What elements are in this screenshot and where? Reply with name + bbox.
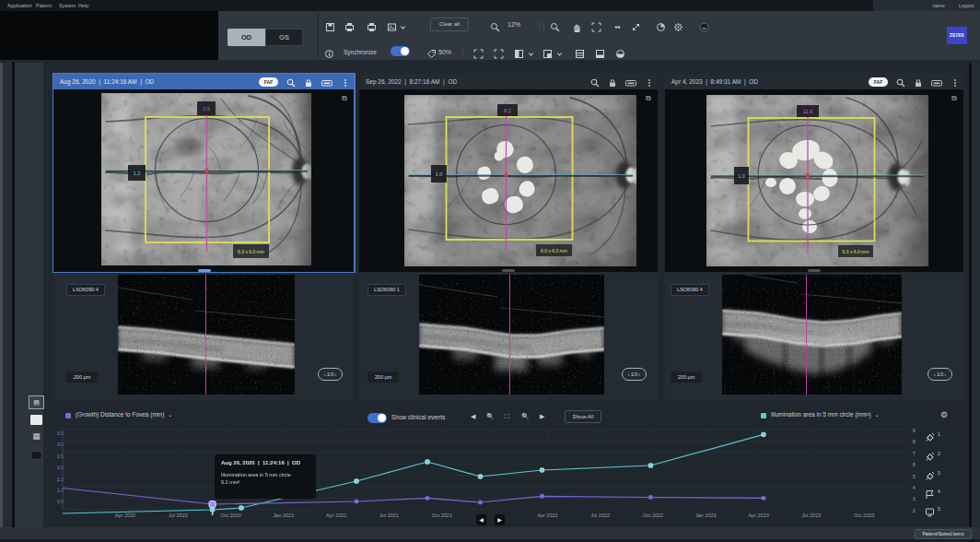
svg-text:Jul 2020: Jul 2020 (169, 513, 188, 518)
svg-text:Jul 2022: Jul 2022 (590, 513, 610, 518)
svg-text:6: 6 (913, 462, 916, 467)
svg-text:Oct 2021: Oct 2021 (432, 513, 452, 518)
svg-text:1.0: 1.0 (738, 173, 745, 179)
svg-text:Jan 2023: Jan 2023 (695, 513, 717, 518)
svg-text:1.0: 1.0 (436, 171, 443, 177)
svg-text:Apr 2020: Apr 2020 (115, 513, 135, 518)
svg-text:7: 7 (913, 451, 916, 456)
svg-text:11.9: 11.9 (803, 109, 812, 114)
svg-text:Oct 2022: Oct 2022 (643, 513, 663, 518)
svg-text:Jul 2021: Jul 2021 (379, 513, 399, 518)
svg-text:2.5: 2.5 (203, 106, 210, 112)
svg-text:6.0 x 6.0 mm: 6.0 x 6.0 mm (541, 248, 567, 253)
svg-text:Jul 2023: Jul 2023 (802, 513, 822, 518)
svg-text:2: 2 (913, 508, 916, 513)
svg-text:1.2: 1.2 (134, 171, 141, 176)
svg-text:Apr 2022: Apr 2022 (537, 513, 557, 518)
svg-text:9: 9 (913, 428, 916, 433)
svg-text:Oct 2020: Oct 2020 (220, 513, 240, 518)
svg-text:8: 8 (913, 439, 916, 444)
svg-text:5: 5 (913, 474, 916, 479)
svg-text:Jan 2021: Jan 2021 (274, 513, 295, 518)
svg-text:3: 3 (913, 496, 916, 501)
svg-text:6.0 x 6.0 mm: 6.0 x 6.0 mm (843, 249, 869, 254)
svg-text:Oct 2023: Oct 2023 (854, 513, 874, 518)
svg-text:Apr 2021: Apr 2021 (326, 513, 346, 518)
svg-text:Apr 2023: Apr 2023 (748, 513, 768, 518)
svg-text:8.2: 8.2 (504, 108, 511, 113)
svg-text:6.0 x 6.0 mm: 6.0 x 6.0 mm (238, 249, 264, 254)
svg-text:4: 4 (913, 485, 916, 490)
